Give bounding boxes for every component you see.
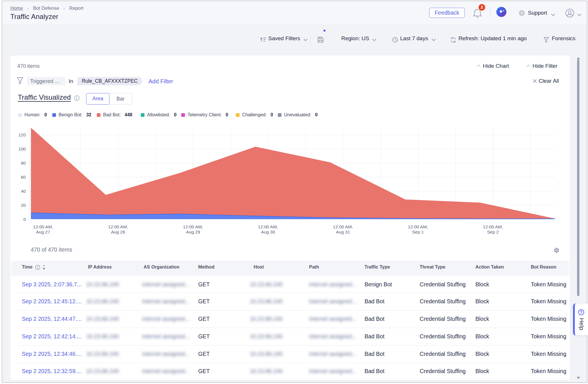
svg-text:40: 40 xyxy=(21,189,26,194)
svg-text:60: 60 xyxy=(21,175,26,180)
svg-text:Aug 30: Aug 30 xyxy=(261,229,275,234)
svg-text:100: 100 xyxy=(18,146,26,151)
svg-text:80: 80 xyxy=(21,161,26,165)
svg-text:Sep 1: Sep 1 xyxy=(412,229,424,234)
svg-text:120: 120 xyxy=(18,132,26,137)
svg-text:Aug 27: Aug 27 xyxy=(36,229,50,234)
svg-text:0: 0 xyxy=(23,217,26,222)
svg-text:12:00 AM,: 12:00 AM, xyxy=(408,224,428,229)
svg-text:Aug 29: Aug 29 xyxy=(186,229,200,234)
svg-text:12:00 AM,: 12:00 AM, xyxy=(333,224,353,229)
svg-text:12:00 AM,: 12:00 AM, xyxy=(258,224,278,229)
svg-text:12:00 AM,: 12:00 AM, xyxy=(33,224,53,229)
svg-text:12:00 AM,: 12:00 AM, xyxy=(183,224,203,229)
svg-text:Aug 31: Aug 31 xyxy=(336,229,350,234)
svg-text:12:00 AM,: 12:00 AM, xyxy=(483,224,503,229)
svg-text:12:00 AM,: 12:00 AM, xyxy=(108,224,128,229)
svg-text:20: 20 xyxy=(21,203,26,208)
svg-text:Aug 28: Aug 28 xyxy=(111,229,125,234)
svg-text:Sep 2: Sep 2 xyxy=(487,229,499,234)
